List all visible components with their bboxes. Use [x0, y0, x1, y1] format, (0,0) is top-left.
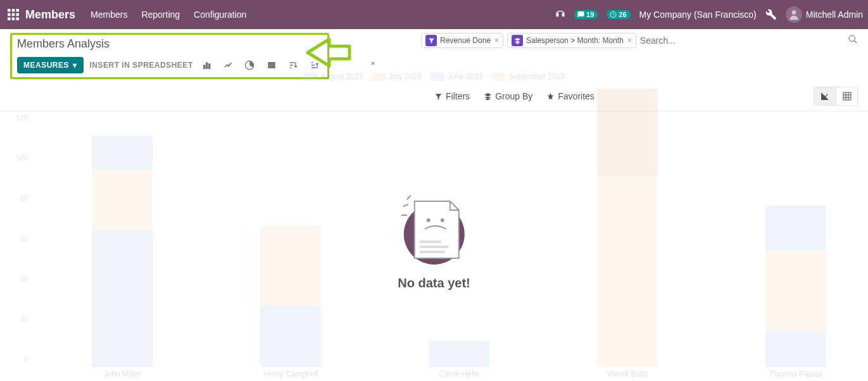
svg-rect-4 [12, 13, 15, 16]
svg-rect-25 [420, 246, 449, 248]
svg-rect-26 [420, 251, 445, 253]
svg-rect-0 [8, 9, 11, 12]
svg-rect-1 [12, 9, 15, 12]
svg-point-22 [427, 218, 431, 222]
arrow-annotation [304, 37, 351, 68]
search-bar: Revenue Done × Salesperson > Month: Mont… [421, 33, 858, 48]
remove-chip-icon[interactable]: × [494, 36, 499, 45]
remove-chip-icon[interactable]: × [627, 36, 632, 45]
svg-rect-18 [268, 66, 275, 68]
nav-menu-configuration[interactable]: Configuration [194, 9, 246, 20]
insert-spreadsheet-button[interactable]: INSERT IN SPREADSHEET [90, 61, 193, 70]
sort-desc-icon[interactable] [286, 58, 301, 73]
empty-state: No data yet! [398, 190, 470, 290]
user-menu[interactable]: Mitchell Admin [786, 6, 863, 23]
svg-rect-13 [203, 65, 204, 68]
avatar [786, 6, 802, 23]
empty-state-message: No data yet! [398, 276, 470, 290]
page-title: Members Analysis [17, 37, 322, 51]
svg-rect-17 [268, 65, 275, 66]
svg-rect-3 [8, 13, 11, 16]
app-brand[interactable]: Members [25, 8, 75, 22]
caret-down-icon: ▾ [73, 61, 77, 70]
activities-button[interactable]: 26 [607, 10, 630, 19]
search-input[interactable] [636, 33, 843, 48]
svg-rect-7 [12, 18, 15, 21]
company-switcher[interactable]: My Company (San Francisco) [639, 9, 757, 20]
bar-chart-icon[interactable] [199, 58, 215, 73]
view-switcher [814, 87, 858, 106]
nav-menu-members[interactable]: Members [91, 9, 127, 20]
user-name: Mitchell Admin [806, 9, 863, 20]
pie-chart-icon[interactable] [242, 58, 258, 73]
measures-button[interactable]: MEASURES▾ [17, 57, 84, 73]
discuss-count: 19 [586, 11, 594, 18]
stacked-chart-icon[interactable] [264, 58, 279, 73]
group-by-dropdown[interactable]: Group By [484, 91, 532, 101]
activity-count: 26 [619, 11, 626, 18]
control-panel: Members Analysis MEASURES▾ INSERT IN SPR… [0, 29, 868, 111]
favorites-dropdown[interactable]: Favorites [546, 91, 594, 101]
svg-rect-5 [16, 13, 20, 16]
layers-icon [512, 35, 523, 46]
pivot-view-button[interactable] [836, 87, 857, 105]
svg-point-12 [791, 10, 796, 15]
svg-point-23 [441, 218, 444, 222]
search-icon[interactable] [848, 34, 858, 47]
voip-icon[interactable] [555, 9, 565, 20]
svg-rect-2 [16, 9, 20, 12]
svg-rect-8 [16, 18, 20, 21]
svg-rect-20 [843, 92, 851, 100]
filter-icon [425, 35, 437, 46]
svg-rect-9 [557, 13, 558, 16]
filter-chip-revenue-done[interactable]: Revenue Done × [421, 33, 503, 48]
nav-menu-reporting[interactable]: Reporting [141, 9, 180, 20]
apps-icon[interactable] [8, 9, 19, 20]
line-chart-icon[interactable] [221, 58, 236, 73]
graph-view-button[interactable] [814, 87, 836, 105]
filters-dropdown[interactable]: Filters [434, 91, 470, 101]
debug-icon[interactable] [765, 9, 777, 20]
svg-rect-6 [8, 18, 11, 21]
svg-point-19 [849, 35, 855, 41]
svg-rect-14 [206, 63, 207, 68]
svg-rect-24 [420, 240, 441, 243]
main-navbar: Members Members Reporting Configuration … [0, 0, 868, 29]
svg-rect-10 [562, 13, 564, 16]
discuss-button[interactable]: 19 [574, 10, 598, 19]
svg-rect-16 [268, 62, 275, 64]
filter-chip-salesperson-month[interactable]: Salesperson > Month: Month × [507, 33, 636, 48]
highlight-annotation: Members Analysis MEASURES▾ INSERT IN SPR… [10, 33, 329, 79]
decorative-mark: ✕ [371, 61, 375, 66]
svg-rect-15 [208, 64, 210, 68]
